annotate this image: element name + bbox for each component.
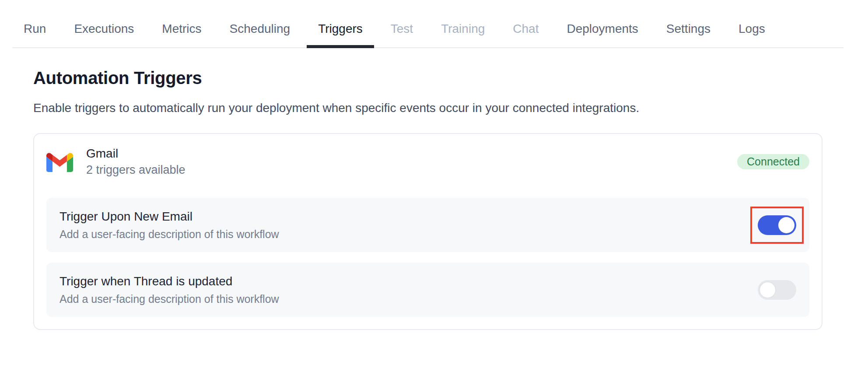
tab-bar: Run Executions Metrics Scheduling Trigge… xyxy=(12,0,844,48)
trigger-row: Trigger Upon New Email Add a user-facing… xyxy=(46,198,809,252)
trigger-info: Trigger Upon New Email Add a user-facing… xyxy=(60,209,279,241)
tab-run[interactable]: Run xyxy=(12,22,57,47)
tab-label: Training xyxy=(441,22,485,35)
tab-triggers[interactable]: Triggers xyxy=(307,22,374,47)
tab-test[interactable]: Test xyxy=(379,22,424,47)
integration-trigger-count: 2 triggers available xyxy=(86,163,186,177)
integration-title-block: Gmail 2 triggers available xyxy=(86,146,186,177)
tab-label: Executions xyxy=(74,22,134,35)
integration-card-header: Gmail 2 triggers available Connected xyxy=(46,146,809,177)
connected-status-badge: Connected xyxy=(737,154,809,169)
trigger-toggle-switch[interactable] xyxy=(758,215,796,235)
toggle-zone xyxy=(758,280,796,300)
trigger-description: Add a user-facing description of this wo… xyxy=(60,292,279,306)
gmail-icon xyxy=(46,151,73,172)
tab-label: Settings xyxy=(666,22,710,35)
tab-label: Metrics xyxy=(162,22,201,35)
tab-scheduling[interactable]: Scheduling xyxy=(218,22,302,47)
tab-label: Deployments xyxy=(567,22,638,35)
integration-card: Gmail 2 triggers available Connected Tri… xyxy=(33,133,822,330)
toggle-zone xyxy=(758,215,796,235)
page-description: Enable triggers to automatically run you… xyxy=(33,101,822,116)
tab-deployments[interactable]: Deployments xyxy=(555,22,649,47)
tab-logs[interactable]: Logs xyxy=(727,22,777,47)
trigger-row: Trigger when Thread is updated Add a use… xyxy=(46,263,809,317)
tab-label: Scheduling xyxy=(230,22,290,35)
trigger-description: Add a user-facing description of this wo… xyxy=(60,227,279,241)
main-content: Automation Triggers Enable triggers to a… xyxy=(0,67,868,330)
tab-metrics[interactable]: Metrics xyxy=(150,22,213,47)
page-title: Automation Triggers xyxy=(33,67,822,88)
tab-label: Logs xyxy=(738,22,765,35)
tab-label: Triggers xyxy=(318,22,363,35)
tab-label: Chat xyxy=(513,22,539,35)
toggle-knob xyxy=(778,217,794,233)
trigger-info: Trigger when Thread is updated Add a use… xyxy=(60,274,279,306)
tab-label: Test xyxy=(391,22,413,35)
trigger-title: Trigger Upon New Email xyxy=(60,209,279,225)
trigger-list: Trigger Upon New Email Add a user-facing… xyxy=(46,198,809,317)
trigger-title: Trigger when Thread is updated xyxy=(60,274,279,289)
triggers-page: Run Executions Metrics Scheduling Trigge… xyxy=(0,0,868,379)
tab-training[interactable]: Training xyxy=(430,22,496,47)
trigger-toggle-switch[interactable] xyxy=(758,280,796,300)
integration-name: Gmail xyxy=(86,146,186,161)
tab-executions[interactable]: Executions xyxy=(63,22,145,47)
tab-chat[interactable]: Chat xyxy=(501,22,550,47)
tab-label: Run xyxy=(24,22,46,35)
tab-settings[interactable]: Settings xyxy=(655,22,722,47)
toggle-knob xyxy=(759,281,776,298)
